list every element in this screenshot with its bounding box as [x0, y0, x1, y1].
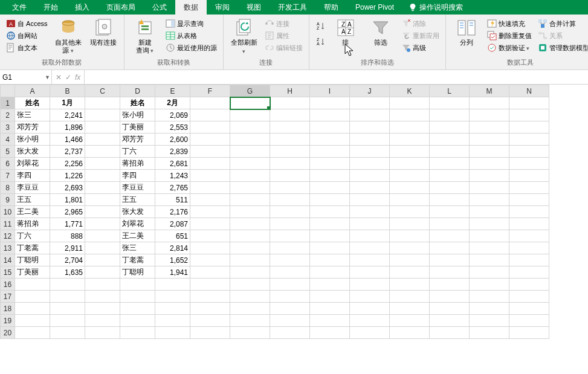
existing-connections-button[interactable]: 现有连接 [86, 17, 120, 57]
col-header-N[interactable]: N [509, 85, 549, 97]
cell-G12[interactable] [230, 230, 270, 242]
cell-D20[interactable] [120, 327, 155, 339]
cell-M15[interactable] [470, 266, 509, 279]
cell-E16[interactable] [155, 279, 190, 291]
cell-K13[interactable] [390, 242, 430, 254]
reapply-button[interactable]: 重新应用 [399, 30, 442, 41]
cell-M8[interactable] [470, 182, 509, 194]
cancel-formula-button[interactable]: ✕ [56, 73, 62, 82]
cell-I5[interactable] [310, 146, 350, 158]
cell-I16[interactable] [310, 279, 350, 291]
cell-A20[interactable] [15, 327, 50, 339]
row-header-3[interactable]: 3 [1, 121, 15, 134]
connections-button[interactable]: 连接 [262, 18, 305, 29]
cell-K7[interactable] [390, 170, 430, 182]
cell-B5[interactable]: 2,737 [50, 146, 85, 158]
cell-F17[interactable] [190, 291, 230, 303]
cell-D11[interactable]: 刘翠花 [120, 218, 155, 230]
advanced-filter-button[interactable]: 高级 [399, 42, 442, 53]
cell-C10[interactable] [85, 206, 120, 218]
cell-L15[interactable] [430, 266, 470, 279]
cell-H5[interactable] [270, 146, 310, 158]
cell-F7[interactable] [190, 170, 230, 182]
cell-J2[interactable] [350, 109, 390, 121]
cell-F9[interactable] [190, 194, 230, 206]
cell-I9[interactable] [310, 194, 350, 206]
cell-B6[interactable]: 2,256 [50, 158, 85, 170]
name-box-dropdown-icon[interactable]: ▼ [45, 74, 50, 80]
cell-N8[interactable] [509, 182, 549, 194]
cell-D10[interactable]: 张大发 [120, 206, 155, 218]
cell-M5[interactable] [470, 146, 509, 158]
col-header-C[interactable]: C [85, 85, 120, 97]
tab-help[interactable]: 帮助 [315, 0, 347, 15]
properties-button[interactable]: 属性 [262, 30, 305, 41]
cell-H9[interactable] [270, 194, 310, 206]
cell-A10[interactable]: 王二美 [15, 206, 50, 218]
cell-N7[interactable] [509, 170, 549, 182]
cell-G6[interactable] [230, 158, 270, 170]
cell-H15[interactable] [270, 266, 310, 279]
cell-I4[interactable] [310, 134, 350, 146]
cell-M16[interactable] [470, 279, 509, 291]
cell-N17[interactable] [509, 291, 549, 303]
cell-L4[interactable] [430, 134, 470, 146]
row-header-9[interactable]: 9 [1, 194, 15, 206]
cell-K3[interactable] [390, 121, 430, 134]
cell-J15[interactable] [350, 266, 390, 279]
cell-A2[interactable]: 张三 [15, 109, 50, 121]
cell-B20[interactable] [50, 327, 85, 339]
cell-F5[interactable] [190, 146, 230, 158]
cell-J20[interactable] [350, 327, 390, 339]
sort-button[interactable]: ZAAZ 排 [329, 17, 363, 57]
cell-M14[interactable] [470, 254, 509, 266]
cell-G9[interactable] [230, 194, 270, 206]
cell-C20[interactable] [85, 327, 120, 339]
cell-L20[interactable] [430, 327, 470, 339]
cell-I13[interactable] [310, 242, 350, 254]
cell-B14[interactable]: 2,704 [50, 254, 85, 266]
cell-L19[interactable] [430, 315, 470, 327]
cell-E1[interactable]: 2月 [155, 97, 190, 109]
cell-I15[interactable] [310, 266, 350, 279]
cell-F2[interactable] [190, 109, 230, 121]
cell-F6[interactable] [190, 158, 230, 170]
cell-B19[interactable] [50, 315, 85, 327]
cell-I18[interactable] [310, 303, 350, 315]
cell-F10[interactable] [190, 206, 230, 218]
data-model-button[interactable]: 管理数据模型 [535, 42, 588, 53]
tab-powerpivot[interactable]: Power Pivot [347, 0, 402, 15]
col-header-G[interactable]: G [230, 85, 270, 97]
col-header-E[interactable]: E [155, 85, 190, 97]
cell-H11[interactable] [270, 218, 310, 230]
cell-C8[interactable] [85, 182, 120, 194]
flash-fill-button[interactable]: 快速填充 [485, 18, 534, 29]
cell-G16[interactable] [230, 279, 270, 291]
cell-K2[interactable] [390, 109, 430, 121]
cell-C1[interactable] [85, 97, 120, 109]
cell-B15[interactable]: 1,635 [50, 266, 85, 279]
cell-E5[interactable]: 2,839 [155, 146, 190, 158]
cell-K6[interactable] [390, 158, 430, 170]
cell-J17[interactable] [350, 291, 390, 303]
row-header-8[interactable]: 8 [1, 182, 15, 194]
select-all-cell[interactable] [1, 85, 15, 97]
cell-H18[interactable] [270, 303, 310, 315]
cell-J7[interactable] [350, 170, 390, 182]
cell-G5[interactable] [230, 146, 270, 158]
cell-D6[interactable]: 蒋招弟 [120, 158, 155, 170]
cell-E7[interactable]: 1,243 [155, 170, 190, 182]
cell-G8[interactable] [230, 182, 270, 194]
row-header-7[interactable]: 7 [1, 170, 15, 182]
cell-B11[interactable]: 1,771 [50, 218, 85, 230]
cell-L13[interactable] [430, 242, 470, 254]
cell-N14[interactable] [509, 254, 549, 266]
cell-I17[interactable] [310, 291, 350, 303]
cell-I2[interactable] [310, 109, 350, 121]
cell-N18[interactable] [509, 303, 549, 315]
tab-view[interactable]: 视图 [238, 0, 270, 15]
cell-E3[interactable]: 2,553 [155, 121, 190, 134]
cell-J18[interactable] [350, 303, 390, 315]
cell-K20[interactable] [390, 327, 430, 339]
cell-C4[interactable] [85, 134, 120, 146]
